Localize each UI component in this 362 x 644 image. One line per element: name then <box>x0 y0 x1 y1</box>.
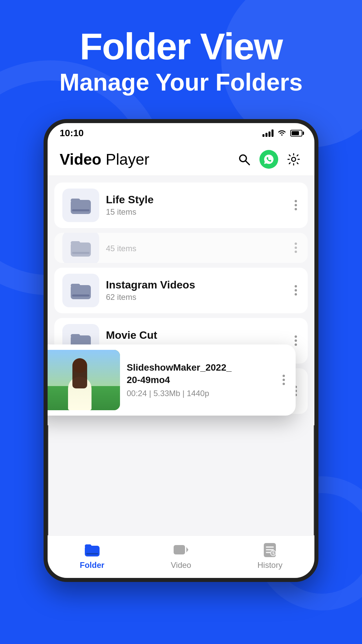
nav-item-video[interactable]: Video <box>136 541 225 570</box>
svg-rect-10 <box>71 284 80 287</box>
svg-rect-4 <box>71 199 80 202</box>
signal-icon <box>262 129 274 137</box>
nav-item-folder[interactable]: Folder <box>48 541 136 570</box>
video-more-options-button[interactable] <box>280 372 288 388</box>
folder-icon-wrap-instagram <box>62 274 99 307</box>
folder-item-lifestyle-1[interactable]: Life Style 15 items <box>54 182 308 228</box>
svg-rect-6 <box>71 243 91 257</box>
svg-line-1 <box>245 161 249 165</box>
video-title: SlideshowMaker_2022_20-49mo4 <box>127 362 273 386</box>
video-meta: 00:24 | 5.33Mb | 1440p <box>127 389 273 398</box>
more-options-button-partial[interactable] <box>292 240 300 256</box>
svg-rect-11 <box>72 294 89 297</box>
svg-point-2 <box>292 157 296 161</box>
svg-rect-21 <box>174 545 185 554</box>
folder-icon-wrap-partial <box>62 233 99 263</box>
hero-subtitle: Manage Your Folders <box>20 69 342 96</box>
whatsapp-button[interactable] <box>259 150 278 169</box>
history-nav-icon <box>261 541 279 558</box>
folder-name-instagram: Instagram Videos <box>106 279 285 291</box>
folder-nav-icon <box>83 541 101 558</box>
svg-rect-20 <box>86 553 98 554</box>
folder-info-instagram: Instagram Videos 62 items <box>106 279 285 302</box>
folder-item-partial[interactable]: 45 items <box>54 233 308 263</box>
folder-item-instagram[interactable]: Instagram Videos 62 items <box>54 268 308 313</box>
svg-rect-13 <box>71 334 80 337</box>
status-icons <box>262 128 302 138</box>
svg-rect-9 <box>71 285 91 299</box>
video-thumbnail <box>44 350 120 410</box>
folder-icon-wrap <box>62 189 99 222</box>
nav-item-history[interactable]: History <box>226 541 314 570</box>
folder-count: 15 items <box>106 207 285 217</box>
settings-button[interactable] <box>285 151 302 168</box>
hero-header: Folder View Manage Your Folders <box>0 0 362 109</box>
svg-rect-19 <box>85 544 92 548</box>
more-options-button-instagram[interactable] <box>292 282 300 298</box>
folder-count-instagram: 62 items <box>106 292 285 302</box>
folder-name-moviecut: Movie Cut <box>106 329 285 341</box>
status-time: 10:10 <box>60 128 84 139</box>
folder-info: Life Style 15 items <box>106 194 285 217</box>
video-popup-card[interactable]: SlideshowMaker_2022_20-49mo4 00:24 | 5.3… <box>44 344 296 416</box>
bottom-nav: Folder Video <box>48 535 314 578</box>
svg-marker-22 <box>186 547 188 552</box>
folder-count-partial: 45 items <box>106 244 285 253</box>
hero-title: Folder View <box>20 27 342 66</box>
svg-rect-5 <box>72 209 89 211</box>
svg-rect-3 <box>71 200 91 214</box>
more-options-button[interactable] <box>292 197 300 213</box>
phone-frame: 10:10 Video Player <box>44 119 318 582</box>
app-header: Video Player <box>48 143 314 176</box>
video-nav-label: Video <box>171 560 191 570</box>
svg-rect-7 <box>71 241 80 245</box>
folder-info-partial: 45 items <box>106 243 285 253</box>
svg-rect-8 <box>72 252 89 254</box>
wifi-icon <box>278 128 286 138</box>
app-title-bold: Video <box>60 151 101 168</box>
app-title: Video Player <box>60 150 149 168</box>
svg-rect-24 <box>266 546 274 548</box>
folder-nav-label: Folder <box>80 560 104 570</box>
folder-name: Life Style <box>106 194 285 206</box>
battery-icon <box>290 130 302 137</box>
video-info: SlideshowMaker_2022_20-49mo4 00:24 | 5.3… <box>127 362 273 398</box>
more-options-button-moviecut[interactable] <box>292 333 300 348</box>
app-title-normal: Player <box>106 151 149 168</box>
app-header-icons <box>235 150 302 169</box>
history-nav-label: History <box>257 560 283 570</box>
phone-mockup-wrapper: 10:10 Video Player <box>0 119 362 582</box>
search-button[interactable] <box>235 151 253 168</box>
video-nav-icon <box>172 541 190 558</box>
status-bar: 10:10 <box>48 123 314 143</box>
